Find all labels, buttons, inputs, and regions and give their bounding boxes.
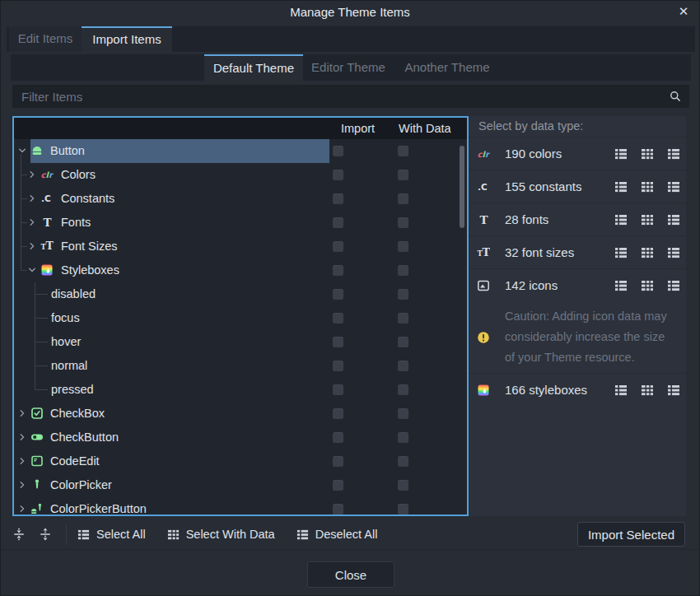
expand-all-button[interactable]: [38, 527, 53, 542]
import-checkbox[interactable]: [333, 146, 343, 156]
import-checkbox[interactable]: [333, 432, 343, 443]
deselect-column-button[interactable]: [667, 213, 680, 226]
import-checkbox[interactable]: [333, 313, 343, 324]
import-checkbox[interactable]: [333, 384, 343, 395]
import-checkbox[interactable]: [333, 480, 343, 491]
with-data-checkbox[interactable]: [398, 456, 408, 467]
import-checkbox[interactable]: [333, 217, 343, 228]
select-with-data-column-button[interactable]: [641, 180, 654, 193]
select-with-data-column-button[interactable]: [641, 246, 654, 259]
with-data-checkbox[interactable]: [398, 432, 408, 443]
chevron-right-icon[interactable]: [16, 479, 28, 491]
tree-item-pressed[interactable]: pressed: [14, 378, 467, 402]
tree-item-font-sizes[interactable]: Font Sizes: [14, 235, 467, 258]
close-icon[interactable]: ✕: [675, 3, 692, 20]
import-checkbox[interactable]: [333, 193, 343, 204]
import-selected-button[interactable]: Import Selected: [577, 522, 685, 547]
deselect-column-button[interactable]: [667, 279, 680, 292]
import-checkbox[interactable]: [333, 456, 343, 467]
with-data-checkbox[interactable]: [398, 361, 408, 371]
with-data-checkbox[interactable]: [398, 504, 408, 515]
select-with-data-column-button[interactable]: [641, 384, 654, 397]
select-all-column-button[interactable]: [614, 147, 628, 161]
import-checkbox[interactable]: [333, 170, 343, 180]
tab-edit-items[interactable]: Edit Items: [9, 26, 82, 52]
with-data-checkbox[interactable]: [398, 193, 408, 204]
with-data-checkbox[interactable]: [398, 337, 408, 347]
chevron-right-icon[interactable]: [26, 217, 38, 228]
deselect-column-button[interactable]: [667, 180, 680, 193]
tree-item-focus[interactable]: focus: [14, 306, 467, 330]
chevron-right-icon[interactable]: [26, 169, 38, 180]
tab-editor-theme[interactable]: Editor Theme: [303, 54, 394, 81]
chevron-right-icon[interactable]: [26, 240, 38, 252]
with-data-checkbox[interactable]: [398, 146, 408, 156]
import-checkbox[interactable]: [333, 361, 343, 371]
theme-items-tree[interactable]: Import With Data Button Colors Constants: [12, 116, 469, 516]
chevron-right-icon[interactable]: [16, 503, 28, 515]
import-checkbox[interactable]: [333, 337, 343, 347]
select-with-data-column-button[interactable]: [641, 279, 654, 292]
tree-item-codeedit[interactable]: CodeEdit: [14, 449, 467, 473]
tree-item-button[interactable]: Button: [14, 139, 467, 163]
with-data-checkbox[interactable]: [398, 384, 408, 395]
import-checkbox[interactable]: [333, 265, 343, 276]
deselect-all-button[interactable]: Deselect All: [296, 528, 378, 541]
select-all-column-button[interactable]: [614, 213, 628, 226]
chevron-down-icon[interactable]: [16, 145, 28, 156]
chevron-right-icon[interactable]: [16, 407, 28, 419]
with-data-checkbox[interactable]: [398, 241, 408, 252]
chevron-right-icon[interactable]: [26, 193, 38, 204]
tree-item-styleboxes[interactable]: Styleboxes: [14, 258, 467, 282]
close-button[interactable]: Close: [307, 561, 394, 588]
chevron-down-icon[interactable]: [26, 264, 38, 276]
expand-all-icon: [39, 528, 52, 541]
import-checkbox[interactable]: [333, 504, 343, 515]
collapse-all-button[interactable]: [12, 527, 26, 542]
tree-item-normal[interactable]: normal: [14, 354, 467, 378]
tree-item-fonts[interactable]: Fonts: [14, 211, 467, 235]
select-all-column-button[interactable]: [614, 384, 628, 397]
tree-item-colors[interactable]: Colors: [14, 163, 467, 187]
with-data-checkbox[interactable]: [398, 313, 408, 324]
tree-item-checkbutton[interactable]: CheckButton: [14, 426, 467, 449]
select-with-data-column-button[interactable]: [641, 213, 654, 226]
tree-item-checkbox[interactable]: CheckBox: [14, 402, 467, 426]
deselect-column-button[interactable]: [667, 384, 680, 397]
select-all-column-button[interactable]: [614, 279, 628, 292]
import-checkbox[interactable]: [333, 408, 343, 419]
chevron-right-icon[interactable]: [16, 431, 28, 443]
list-icon: [614, 384, 628, 397]
deselect-column-button[interactable]: [667, 246, 680, 259]
select-all-column-button[interactable]: [614, 180, 628, 193]
tree-item-disabled[interactable]: disabled: [14, 282, 467, 306]
list-icon: [614, 147, 628, 161]
select-all-column-button[interactable]: [614, 246, 628, 259]
tab-default-theme[interactable]: Default Theme: [204, 54, 303, 81]
import-checkbox[interactable]: [333, 289, 343, 300]
select-with-data-icon: [167, 528, 180, 541]
select-all-button[interactable]: Select All: [77, 528, 146, 541]
list-icon: [667, 246, 680, 259]
tree-item-colorpicker[interactable]: ColorPicker: [14, 473, 467, 497]
with-data-checkbox[interactable]: [398, 289, 408, 300]
data-type-row: 155 constants: [469, 170, 686, 203]
filter-input[interactable]: [12, 85, 689, 108]
tree-body: Button Colors Constants Fonts Font Sizes: [14, 139, 467, 515]
tree-item-hover[interactable]: hover: [14, 330, 467, 354]
tree-item-constants[interactable]: Constants: [14, 187, 467, 211]
import-checkbox[interactable]: [333, 241, 343, 252]
tab-another-theme[interactable]: Another Theme: [394, 54, 501, 81]
chevron-right-icon[interactable]: [16, 455, 28, 467]
tab-import-items[interactable]: Import Items: [82, 26, 172, 52]
deselect-column-button[interactable]: [667, 147, 680, 161]
tree-scrollbar[interactable]: [460, 146, 464, 228]
with-data-checkbox[interactable]: [398, 408, 408, 419]
tree-item-colorpickerbutton[interactable]: ColorPickerButton: [14, 497, 467, 516]
with-data-checkbox[interactable]: [398, 480, 408, 491]
select-with-data-button[interactable]: Select With Data: [167, 528, 275, 541]
with-data-checkbox[interactable]: [398, 217, 408, 228]
select-with-data-column-button[interactable]: [641, 147, 654, 161]
with-data-checkbox[interactable]: [398, 170, 408, 180]
with-data-checkbox[interactable]: [398, 265, 408, 276]
